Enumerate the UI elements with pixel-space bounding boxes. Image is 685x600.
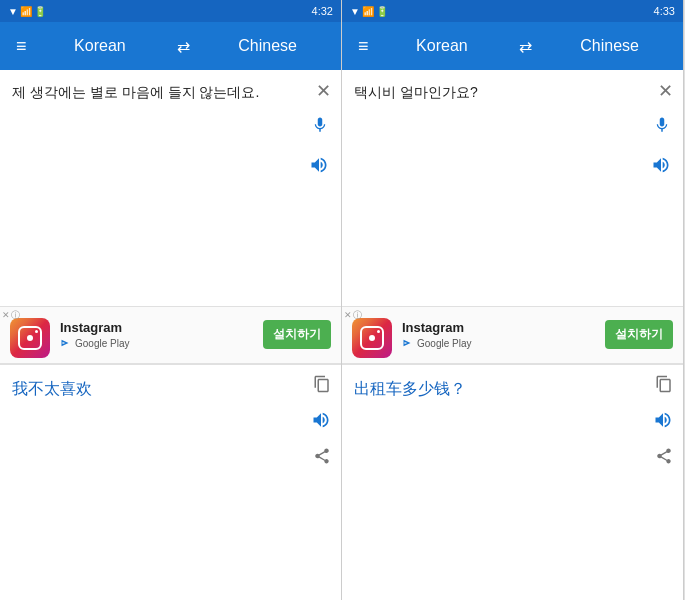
input-text-1[interactable]: 제 생각에는 별로 마음에 들지 않는데요. [12,82,329,298]
translation-section-1: 我不太喜欢 [0,364,341,601]
translation-controls-1 [311,375,331,469]
ad-store-label-2: Google Play [417,338,471,349]
translation-controls-2 [653,375,673,469]
translation-section-2: 出租车多少钱？ [342,364,683,601]
ad-info-2: Instagram Google Play [402,320,595,349]
tts-button-1[interactable] [307,153,331,182]
menu-icon-1[interactable]: ≡ [12,32,31,61]
time-1: 4:32 [312,5,333,17]
status-icons-1: ▼ 📶 🔋 [8,6,46,17]
swap-icon-2[interactable]: ⇄ [511,33,540,60]
ad-store-2: Google Play [402,337,595,349]
copy-button-1[interactable] [313,375,331,398]
phone-1: ▼ 📶 🔋 4:32 ≡ Korean ⇄ Chinese 제 생각에는 별로 … [0,0,342,600]
ad-info-1: Instagram Google Play [60,320,253,349]
translation-text-2: 出租车多少钱？ [354,377,671,593]
lang-from-2: Korean [381,37,504,55]
ad-install-button-2[interactable]: 설치하기 [605,320,673,349]
share-button-2[interactable] [655,447,673,469]
toolbar-2: ≡ Korean ⇄ Chinese [342,22,683,70]
ad-app-name-1: Instagram [60,320,253,335]
close-button-2[interactable]: ✕ [658,80,673,102]
ad-banner-2: ✕ⓘ Instagram Google Play 설치하기 [342,306,683,364]
tts-translation-button-2[interactable] [653,410,673,435]
ad-logo-1 [10,318,50,358]
menu-icon-2[interactable]: ≡ [354,32,373,61]
time-2: 4:33 [654,5,675,17]
ad-app-name-2: Instagram [402,320,595,335]
translation-text-1: 我不太喜欢 [12,377,329,593]
ad-banner-1: ✕ⓘ Instagram Google Play 설치하기 [0,306,341,364]
ad-dismiss-2[interactable]: ✕ⓘ [344,309,362,322]
ad-install-button-1[interactable]: 설치하기 [263,320,331,349]
close-button-1[interactable]: ✕ [316,80,331,102]
copy-button-2[interactable] [655,375,673,398]
phone-2: ▼ 📶 🔋 4:33 ≡ Korean ⇄ Chinese 택시비 얼마인가요?… [342,0,684,600]
input-section-1: 제 생각에는 별로 마음에 들지 않는데요. ✕ [0,70,341,306]
tts-translation-button-1[interactable] [311,410,331,435]
mic-button-2[interactable] [651,114,673,141]
swap-icon-1[interactable]: ⇄ [169,33,198,60]
input-section-2: 택시비 얼마인가요? ✕ [342,70,683,306]
toolbar-1: ≡ Korean ⇄ Chinese [0,22,341,70]
input-text-2[interactable]: 택시비 얼마인가요? [354,82,671,298]
status-bar-2: ▼ 📶 🔋 4:33 [342,0,683,22]
status-bar-1: ▼ 📶 🔋 4:32 [0,0,341,22]
tts-button-2[interactable] [649,153,673,182]
status-icons-2: ▼ 📶 🔋 [350,6,388,17]
lang-to-2: Chinese [548,37,671,55]
ad-logo-2 [352,318,392,358]
input-controls-2: ✕ [649,80,673,182]
share-button-1[interactable] [313,447,331,469]
input-controls-1: ✕ [307,80,331,182]
ad-store-1: Google Play [60,337,253,349]
mic-button-1[interactable] [309,114,331,141]
lang-from-1: Korean [39,37,162,55]
ad-dismiss-1[interactable]: ✕ⓘ [2,309,20,322]
lang-to-1: Chinese [206,37,329,55]
ad-store-label-1: Google Play [75,338,129,349]
